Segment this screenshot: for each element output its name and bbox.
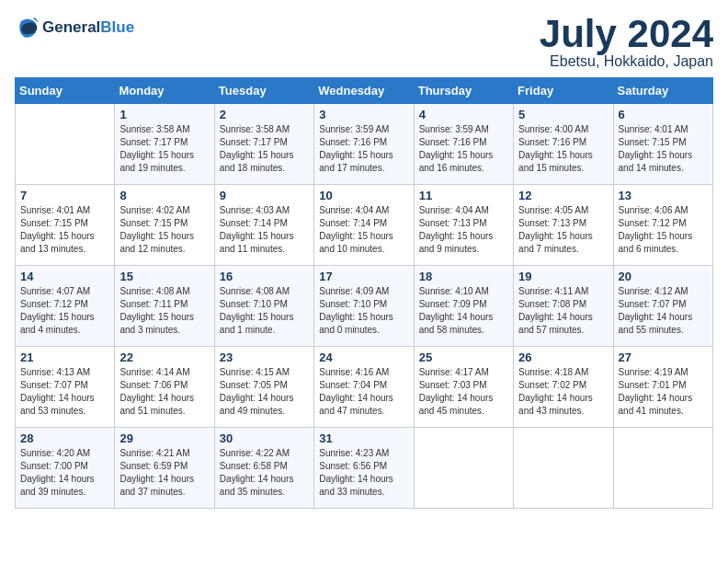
weekday-header-sunday: Sunday bbox=[16, 78, 115, 104]
day-number: 31 bbox=[319, 431, 408, 445]
calendar-cell: 1Sunrise: 3:58 AMSunset: 7:17 PMDaylight… bbox=[115, 104, 214, 185]
day-info: Sunrise: 3:59 AMSunset: 7:16 PMDaylight:… bbox=[319, 123, 408, 175]
weekday-header-friday: Friday bbox=[514, 78, 613, 104]
calendar-cell: 10Sunrise: 4:04 AMSunset: 7:14 PMDayligh… bbox=[314, 185, 414, 266]
calendar-cell: 7Sunrise: 4:01 AMSunset: 7:15 PMDaylight… bbox=[16, 185, 115, 266]
day-info: Sunrise: 4:01 AMSunset: 7:15 PMDaylight:… bbox=[20, 204, 109, 256]
calendar-cell bbox=[414, 428, 513, 509]
logo-icon bbox=[15, 15, 40, 40]
day-info: Sunrise: 4:06 AMSunset: 7:12 PMDaylight:… bbox=[619, 204, 708, 256]
day-number: 26 bbox=[518, 350, 608, 364]
day-info: Sunrise: 4:15 AMSunset: 7:05 PMDaylight:… bbox=[220, 366, 309, 418]
day-info: Sunrise: 4:03 AMSunset: 7:14 PMDaylight:… bbox=[220, 204, 309, 256]
day-info: Sunrise: 4:20 AMSunset: 7:00 PMDaylight:… bbox=[20, 447, 109, 499]
weekday-header-tuesday: Tuesday bbox=[214, 78, 313, 104]
calendar-cell bbox=[613, 428, 712, 509]
calendar-cell: 5Sunrise: 4:00 AMSunset: 7:16 PMDaylight… bbox=[514, 104, 613, 185]
day-info: Sunrise: 3:58 AMSunset: 7:17 PMDaylight:… bbox=[220, 123, 309, 175]
calendar-cell: 17Sunrise: 4:09 AMSunset: 7:10 PMDayligh… bbox=[314, 266, 414, 347]
day-info: Sunrise: 4:04 AMSunset: 7:13 PMDaylight:… bbox=[419, 204, 508, 256]
day-number: 21 bbox=[20, 350, 109, 364]
calendar-cell: 25Sunrise: 4:17 AMSunset: 7:03 PMDayligh… bbox=[414, 347, 513, 428]
day-info: Sunrise: 4:02 AMSunset: 7:15 PMDaylight:… bbox=[119, 204, 209, 256]
day-number: 30 bbox=[220, 431, 309, 445]
day-info: Sunrise: 3:58 AMSunset: 7:17 PMDaylight:… bbox=[119, 123, 209, 175]
calendar-cell: 14Sunrise: 4:07 AMSunset: 7:12 PMDayligh… bbox=[16, 266, 115, 347]
day-number: 12 bbox=[518, 189, 608, 202]
day-number: 11 bbox=[419, 189, 508, 202]
calendar-cell: 6Sunrise: 4:01 AMSunset: 7:15 PMDaylight… bbox=[613, 104, 712, 185]
logo-text: GeneralBlue bbox=[42, 18, 134, 37]
day-number: 24 bbox=[319, 350, 408, 364]
day-number: 18 bbox=[419, 270, 508, 283]
calendar-cell: 20Sunrise: 4:12 AMSunset: 7:07 PMDayligh… bbox=[613, 266, 712, 347]
day-number: 28 bbox=[20, 431, 109, 445]
day-number: 17 bbox=[319, 270, 408, 283]
day-info: Sunrise: 4:13 AMSunset: 7:07 PMDaylight:… bbox=[20, 366, 109, 418]
day-number: 1 bbox=[119, 108, 209, 121]
calendar-cell: 27Sunrise: 4:19 AMSunset: 7:01 PMDayligh… bbox=[613, 347, 712, 428]
day-number: 23 bbox=[220, 350, 309, 364]
calendar-cell: 24Sunrise: 4:16 AMSunset: 7:04 PMDayligh… bbox=[314, 347, 414, 428]
day-number: 9 bbox=[220, 189, 309, 202]
calendar-cell: 9Sunrise: 4:03 AMSunset: 7:14 PMDaylight… bbox=[214, 185, 313, 266]
day-number: 5 bbox=[518, 108, 608, 121]
day-info: Sunrise: 4:18 AMSunset: 7:02 PMDaylight:… bbox=[518, 366, 608, 418]
day-info: Sunrise: 4:23 AMSunset: 6:56 PMDaylight:… bbox=[319, 447, 408, 499]
day-number: 14 bbox=[20, 270, 109, 283]
day-info: Sunrise: 4:14 AMSunset: 7:06 PMDaylight:… bbox=[119, 366, 209, 418]
day-number: 22 bbox=[119, 350, 209, 364]
day-number: 16 bbox=[220, 270, 309, 283]
day-info: Sunrise: 4:08 AMSunset: 7:10 PMDaylight:… bbox=[220, 285, 309, 337]
day-info: Sunrise: 3:59 AMSunset: 7:16 PMDaylight:… bbox=[419, 123, 508, 175]
day-info: Sunrise: 4:11 AMSunset: 7:08 PMDaylight:… bbox=[518, 285, 608, 337]
day-number: 6 bbox=[619, 108, 708, 121]
day-number: 19 bbox=[518, 270, 608, 283]
day-number: 2 bbox=[220, 108, 309, 121]
page-header: GeneralBlue July 2024 Ebetsu, Hokkaido, … bbox=[15, 15, 713, 70]
calendar-cell: 29Sunrise: 4:21 AMSunset: 6:59 PMDayligh… bbox=[115, 428, 214, 509]
day-number: 10 bbox=[319, 189, 408, 202]
calendar-cell: 23Sunrise: 4:15 AMSunset: 7:05 PMDayligh… bbox=[214, 347, 313, 428]
calendar-cell bbox=[514, 428, 613, 509]
weekday-header-wednesday: Wednesday bbox=[314, 78, 414, 104]
day-info: Sunrise: 4:07 AMSunset: 7:12 PMDaylight:… bbox=[20, 285, 109, 337]
day-info: Sunrise: 4:08 AMSunset: 7:11 PMDaylight:… bbox=[119, 285, 209, 337]
calendar-cell: 8Sunrise: 4:02 AMSunset: 7:15 PMDaylight… bbox=[115, 185, 214, 266]
day-number: 25 bbox=[419, 350, 508, 364]
calendar-cell: 18Sunrise: 4:10 AMSunset: 7:09 PMDayligh… bbox=[414, 266, 513, 347]
month-title: July 2024 bbox=[540, 15, 713, 53]
day-info: Sunrise: 4:17 AMSunset: 7:03 PMDaylight:… bbox=[419, 366, 508, 418]
day-number: 20 bbox=[619, 270, 708, 283]
day-number: 15 bbox=[119, 270, 209, 283]
day-info: Sunrise: 4:09 AMSunset: 7:10 PMDaylight:… bbox=[319, 285, 408, 337]
day-info: Sunrise: 4:22 AMSunset: 6:58 PMDaylight:… bbox=[220, 447, 309, 499]
calendar-cell: 3Sunrise: 3:59 AMSunset: 7:16 PMDaylight… bbox=[314, 104, 414, 185]
logo: GeneralBlue bbox=[15, 15, 134, 40]
day-number: 3 bbox=[319, 108, 408, 121]
weekday-header-monday: Monday bbox=[115, 78, 214, 104]
day-info: Sunrise: 4:10 AMSunset: 7:09 PMDaylight:… bbox=[419, 285, 508, 337]
calendar-cell: 13Sunrise: 4:06 AMSunset: 7:12 PMDayligh… bbox=[613, 185, 712, 266]
calendar-cell: 11Sunrise: 4:04 AMSunset: 7:13 PMDayligh… bbox=[414, 185, 513, 266]
day-info: Sunrise: 4:21 AMSunset: 6:59 PMDaylight:… bbox=[119, 447, 209, 499]
calendar-cell: 19Sunrise: 4:11 AMSunset: 7:08 PMDayligh… bbox=[514, 266, 613, 347]
calendar-cell: 16Sunrise: 4:08 AMSunset: 7:10 PMDayligh… bbox=[214, 266, 313, 347]
calendar-table: SundayMondayTuesdayWednesdayThursdayFrid… bbox=[15, 77, 713, 509]
calendar-cell: 4Sunrise: 3:59 AMSunset: 7:16 PMDaylight… bbox=[414, 104, 513, 185]
day-info: Sunrise: 4:04 AMSunset: 7:14 PMDaylight:… bbox=[319, 204, 408, 256]
day-number: 27 bbox=[619, 350, 708, 364]
day-number: 13 bbox=[619, 189, 708, 202]
day-number: 7 bbox=[20, 189, 109, 202]
calendar-cell bbox=[16, 104, 115, 185]
calendar-cell: 15Sunrise: 4:08 AMSunset: 7:11 PMDayligh… bbox=[115, 266, 214, 347]
calendar-cell: 22Sunrise: 4:14 AMSunset: 7:06 PMDayligh… bbox=[115, 347, 214, 428]
calendar-cell: 12Sunrise: 4:05 AMSunset: 7:13 PMDayligh… bbox=[514, 185, 613, 266]
location: Ebetsu, Hokkaido, Japan bbox=[540, 53, 713, 70]
calendar-cell: 31Sunrise: 4:23 AMSunset: 6:56 PMDayligh… bbox=[314, 428, 414, 509]
day-info: Sunrise: 4:05 AMSunset: 7:13 PMDaylight:… bbox=[518, 204, 608, 256]
day-info: Sunrise: 4:01 AMSunset: 7:15 PMDaylight:… bbox=[619, 123, 708, 175]
weekday-header-saturday: Saturday bbox=[613, 78, 712, 104]
calendar-cell: 30Sunrise: 4:22 AMSunset: 6:58 PMDayligh… bbox=[214, 428, 313, 509]
day-info: Sunrise: 4:19 AMSunset: 7:01 PMDaylight:… bbox=[619, 366, 708, 418]
